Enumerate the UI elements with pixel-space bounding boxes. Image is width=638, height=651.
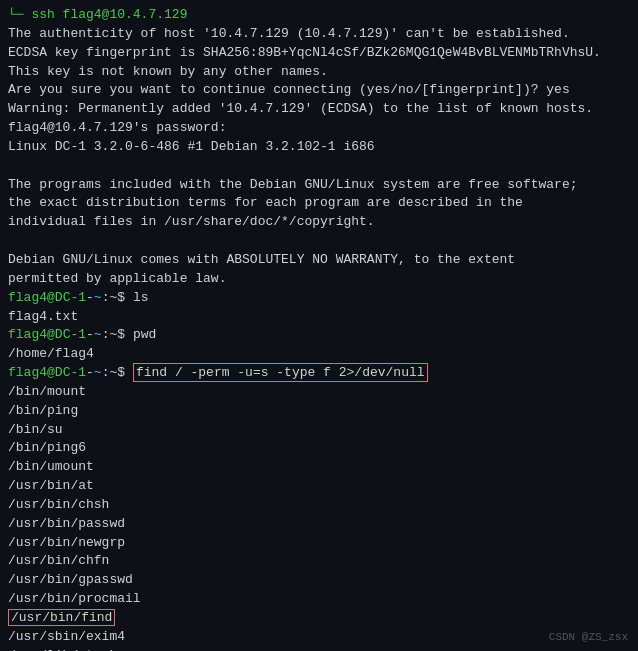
ssh-prompt-icon: └─ [8,7,31,22]
prompt-dollar: :~$ [102,365,133,380]
prompt-colon: - [86,365,94,380]
terminal-line: /usr/bin/procmail [8,590,630,609]
terminal-line: /usr/bin/passwd [8,515,630,534]
terminal-line: /bin/ping6 [8,439,630,458]
terminal-line: /bin/umount [8,458,630,477]
terminal-line: /usr/bin/gpasswd [8,571,630,590]
terminal-line: individual files in /usr/share/doc/*/cop… [8,213,630,232]
terminal-line [8,232,630,251]
terminal-line: /home/flag4 [8,345,630,364]
terminal-line: flag4@DC-1-~:~$ pwd [8,326,630,345]
terminal-line: /bin/mount [8,383,630,402]
terminal-content: └─ ssh flag4@10.4.7.129The authenticity … [8,6,630,651]
terminal-line: /usr/lib/pt_chown [8,647,630,651]
terminal-line: Warning: Permanently added '10.4.7.129' … [8,100,630,119]
ssh-command: ssh flag4@10.4.7.129 [31,7,187,22]
terminal-line: └─ ssh flag4@10.4.7.129 [8,6,630,25]
prompt-host: DC-1 [55,365,86,380]
prompt-separator: @ [47,327,55,342]
prompt-separator: @ [47,365,55,380]
terminal-line: the exact distribution terms for each pr… [8,194,630,213]
terminal-line: flag4@DC-1-~:~$ find / -perm -u=s -type … [8,364,630,383]
terminal-line: /usr/bin/find [8,609,630,628]
terminal-line: flag4.txt [8,308,630,327]
terminal-line: /usr/bin/at [8,477,630,496]
prompt-host: DC-1 [55,327,86,342]
terminal-line: /bin/ping [8,402,630,421]
terminal-line: The authenticity of host '10.4.7.129 (10… [8,25,630,44]
prompt-colon: - [86,327,94,342]
terminal-line [8,157,630,176]
terminal-line: /usr/bin/chfn [8,552,630,571]
prompt-path: ~ [94,290,102,305]
terminal-line: /bin/su [8,421,630,440]
terminal-line: flag4@10.4.7.129's password: [8,119,630,138]
highlighted-path: /usr/bin/find [8,609,115,626]
prompt-cmd: pwd [133,327,156,342]
terminal-line: ECDSA key fingerprint is SHA256:89B+YqcN… [8,44,630,63]
terminal-line: Linux DC-1 3.2.0-6-486 #1 Debian 3.2.102… [8,138,630,157]
prompt-user: flag4 [8,327,47,342]
terminal-line: The programs included with the Debian GN… [8,176,630,195]
prompt-dollar: :~$ [102,290,133,305]
terminal-line: flag4@DC-1-~:~$ ls [8,289,630,308]
terminal-line: /usr/bin/chsh [8,496,630,515]
prompt-cmd: ls [133,290,149,305]
prompt-path: ~ [94,365,102,380]
terminal-line: /usr/sbin/exim4 [8,628,630,647]
prompt-path: ~ [94,327,102,342]
highlighted-command: find / -perm -u=s -type f 2>/dev/null [133,363,428,382]
terminal-line: This key is not known by any other names… [8,63,630,82]
watermark: CSDN @ZS_zsx [549,631,628,643]
terminal-window: └─ ssh flag4@10.4.7.129The authenticity … [0,0,638,651]
terminal-line: Are you sure you want to continue connec… [8,81,630,100]
prompt-separator: @ [47,290,55,305]
prompt-user: flag4 [8,290,47,305]
prompt-user: flag4 [8,365,47,380]
terminal-line: /usr/bin/newgrp [8,534,630,553]
terminal-line: permitted by applicable law. [8,270,630,289]
terminal-line: Debian GNU/Linux comes with ABSOLUTELY N… [8,251,630,270]
prompt-dollar: :~$ [102,327,133,342]
prompt-host: DC-1 [55,290,86,305]
prompt-colon: - [86,290,94,305]
